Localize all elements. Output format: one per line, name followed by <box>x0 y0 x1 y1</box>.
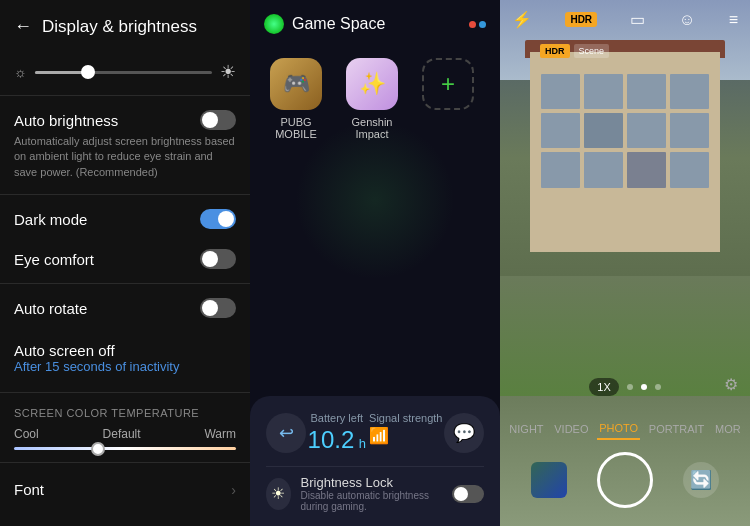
display-header: ← Display & brightness <box>0 0 250 53</box>
brightness-lock-left: ☀ Brightness Lock Disable automatic brig… <box>266 475 452 512</box>
back-button[interactable]: ← <box>14 16 32 37</box>
auto-screen-off-item[interactable]: Auto screen off After 15 seconds of inac… <box>0 328 250 388</box>
color-temp-thumb <box>91 442 105 456</box>
add-icon: + <box>441 70 455 98</box>
signal-indicator: 📶 <box>369 426 442 445</box>
brightness-lock-desc: Disable automatic brightness during gami… <box>301 490 452 512</box>
add-game-item[interactable]: + <box>422 58 474 110</box>
color-temp-cool: Cool <box>14 427 39 441</box>
dark-mode-toggle-thumb <box>218 211 234 227</box>
game-back-button[interactable]: ↩ <box>266 413 306 453</box>
battery-unit: h <box>359 436 366 451</box>
mode-video[interactable]: VIDEO <box>552 419 590 439</box>
game-bottom-card: ↩ Battery left 10.2 h Signal strength 📶 <box>250 396 500 526</box>
game-space-header: Game Space <box>250 0 500 48</box>
aspect-ratio-icon[interactable]: ▭ <box>630 10 645 29</box>
brightness-lock-text: Brightness Lock Disable automatic bright… <box>301 475 452 512</box>
zoom-dot-1 <box>627 384 633 390</box>
camera-modes-bar: NIGHT VIDEO PHOTO PORTRAIT MOR <box>500 418 750 440</box>
auto-brightness-label: Auto brightness <box>14 112 118 129</box>
brightness-slider-track[interactable] <box>35 71 212 74</box>
panel-camera: ⚡ HDR ▭ ☺ ≡ HDR Scene 1X ⚙ NIGHT VIDEO P… <box>500 0 750 526</box>
mode-night[interactable]: NIGHT <box>507 419 545 439</box>
signal-label: Signal strength <box>369 412 442 424</box>
panel-game-space: Game Space 🎮 PUBGMOBILE ✨ GenshinImpact … <box>250 0 500 526</box>
auto-rotate-toggle[interactable] <box>200 298 236 318</box>
zoom-button[interactable]: 1X <box>589 378 618 396</box>
color-temp-track[interactable] <box>14 447 236 450</box>
pubg-icon: 🎮 <box>270 58 322 110</box>
game-space-icon <box>264 14 284 34</box>
dot-red <box>469 21 476 28</box>
menu-icon[interactable]: ≡ <box>729 11 738 29</box>
signal-stats: Signal strength 📶 <box>369 412 442 454</box>
shutter-button[interactable] <box>597 452 653 508</box>
panel-display: ← Display & brightness ☼ ☀ Auto brightne… <box>0 0 250 526</box>
brightness-lock-toggle[interactable] <box>452 485 484 503</box>
dark-mode-item: Dark mode <box>0 199 250 239</box>
gallery-thumbnail[interactable] <box>531 462 567 498</box>
game-chat-button[interactable]: 💬 <box>444 413 484 453</box>
brightness-min-icon: ☼ <box>14 64 27 80</box>
flip-camera-icon: 🔄 <box>690 469 712 491</box>
camera-preview <box>500 0 750 526</box>
brightness-slider-row[interactable]: ☼ ☀ <box>0 53 250 91</box>
eye-comfort-toggle[interactable] <box>200 249 236 269</box>
font-size-item[interactable]: Font size › <box>0 512 250 526</box>
hdr-label[interactable]: HDR <box>565 12 597 27</box>
camera-zoom-row: 1X <box>500 378 750 396</box>
windows-grid <box>537 70 713 270</box>
auto-screen-off-value: After 15 seconds of inactivity <box>14 359 179 374</box>
divider <box>0 95 250 96</box>
divider-4 <box>0 392 250 393</box>
zoom-dot-2 <box>641 384 647 390</box>
eye-comfort-label: Eye comfort <box>14 251 94 268</box>
auto-brightness-toggle[interactable] <box>200 110 236 130</box>
camera-top-bar: ⚡ HDR ▭ ☺ ≡ <box>500 0 750 39</box>
zoom-dot-3 <box>655 384 661 390</box>
game-app-pubg[interactable]: 🎮 PUBGMOBILE <box>270 58 322 140</box>
add-game-button[interactable]: + <box>422 58 474 110</box>
mode-photo[interactable]: PHOTO <box>597 418 640 440</box>
eye-comfort-item: Eye comfort <box>0 239 250 279</box>
color-temp-row[interactable]: Cool Default Warm <box>0 423 250 458</box>
genshin-icon: ✨ <box>346 58 398 110</box>
mode-portrait[interactable]: PORTRAIT <box>647 419 706 439</box>
wifi-icon: 📶 <box>369 426 389 445</box>
page-title: Display & brightness <box>42 17 197 37</box>
brightness-slider-thumb <box>81 65 95 79</box>
divider-5 <box>0 462 250 463</box>
game-stats-row: ↩ Battery left 10.2 h Signal strength 📶 <box>266 412 484 454</box>
camera-settings-icon[interactable]: ⚙ <box>724 375 738 394</box>
color-temp-default: Default <box>103 427 141 441</box>
brightness-max-icon: ☀ <box>220 61 236 83</box>
flip-camera-button[interactable]: 🔄 <box>683 462 719 498</box>
divider-2 <box>0 194 250 195</box>
auto-screen-off-label: Auto screen off <box>14 342 179 359</box>
dark-mode-label: Dark mode <box>14 211 87 228</box>
pubg-label: PUBGMOBILE <box>275 116 317 140</box>
camera-shutter-row: 🔄 <box>500 452 750 508</box>
auto-rotate-thumb <box>202 300 218 316</box>
battery-value: 10.2 <box>308 426 355 453</box>
scene-badge: Scene <box>574 44 610 58</box>
game-menu-dots[interactable] <box>469 21 486 28</box>
dark-mode-toggle[interactable] <box>200 209 236 229</box>
font-item[interactable]: Font › <box>0 467 250 512</box>
brightness-lock-title: Brightness Lock <box>301 475 452 490</box>
flash-icon[interactable]: ⚡ <box>512 10 532 29</box>
building-area <box>525 40 725 270</box>
toggle-thumb <box>202 112 218 128</box>
battery-stats: Battery left 10.2 h <box>308 412 366 454</box>
face-icon[interactable]: ☺ <box>679 11 695 29</box>
eye-comfort-thumb <box>202 251 218 267</box>
mode-more[interactable]: MOR <box>713 419 743 439</box>
screen-color-temp-header: SCREEN COLOR TEMPERATURE <box>0 397 250 423</box>
auto-brightness-item: Auto brightness Automatically adjust scr… <box>0 100 250 190</box>
game-space-title: Game Space <box>292 15 385 33</box>
battery-label: Battery left <box>308 412 366 424</box>
hdr-badge: HDR <box>540 44 570 58</box>
brightness-lock-thumb <box>454 487 468 501</box>
auto-rotate-item: Auto rotate <box>0 288 250 328</box>
dot-blue <box>479 21 486 28</box>
